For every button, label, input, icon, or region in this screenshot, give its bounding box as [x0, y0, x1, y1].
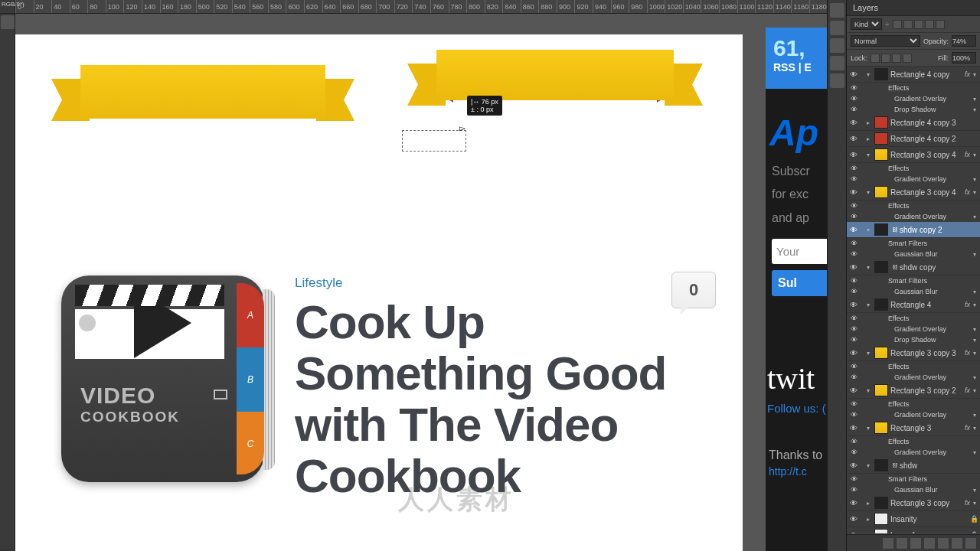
panel-icon[interactable]	[830, 56, 844, 70]
effect-item[interactable]: 👁Gradient Overlay▾	[847, 211, 980, 222]
fx-visibility-icon[interactable]: 👁	[848, 400, 859, 408]
fx-collapse-icon[interactable]: ▾	[973, 189, 978, 196]
layer-name[interactable]: Rectangle 3 copy 2	[890, 386, 965, 395]
fx-badge[interactable]: fx	[965, 70, 973, 78]
effect-edit-icon[interactable]: ▾	[973, 176, 978, 183]
opacity-input[interactable]	[952, 35, 976, 47]
layer-row[interactable]: 👁▾⛓shdw	[847, 458, 980, 474]
fx-badge[interactable]: fx	[965, 386, 973, 394]
fx-badge[interactable]: fx	[965, 424, 973, 432]
layer-row[interactable]: 👁▸Layer 1🔒	[847, 527, 980, 533]
fx-badge[interactable]: fx	[965, 499, 973, 507]
fx-visibility-icon[interactable]: 👁	[848, 363, 859, 370]
submit-button[interactable]: Sul	[772, 270, 827, 296]
fx-visibility-icon[interactable]: 👁	[848, 448, 859, 456]
effect-edit-icon[interactable]: ▾	[973, 487, 978, 494]
expand-arrow-icon[interactable]: ▸	[867, 532, 874, 534]
layer-row[interactable]: 👁▾Rectangle 3 copy 4fx▾	[847, 147, 980, 163]
layer-thumbnail[interactable]	[874, 384, 888, 396]
layer-list[interactable]: 👁▾Rectangle 4 copyfx▾👁Effects👁Gradient O…	[847, 67, 980, 533]
effect-item[interactable]: 👁Gradient Overlay▾	[847, 324, 980, 334]
effect-edit-icon[interactable]: ▾	[973, 412, 978, 419]
layer-name[interactable]: shdw	[900, 461, 978, 470]
visibility-toggle-icon[interactable]: 👁	[848, 386, 859, 395]
blend-mode-select[interactable]: Normal	[851, 35, 920, 47]
visibility-toggle-icon[interactable]: 👁	[848, 135, 859, 143]
layer-thumbnail[interactable]	[874, 459, 888, 471]
effect-edit-icon[interactable]: ▾	[973, 289, 978, 295]
expand-arrow-icon[interactable]: ▾	[867, 387, 874, 394]
fx-visibility-icon[interactable]: 👁	[848, 288, 859, 295]
effect-edit-icon[interactable]: ▾	[973, 96, 978, 103]
collapsed-panels-column[interactable]	[827, 0, 846, 551]
layer-name[interactable]: Layer 1	[890, 531, 970, 534]
layer-name[interactable]: Rectangle 3 copy 4	[890, 151, 965, 159]
visibility-toggle-icon[interactable]: 👁	[848, 424, 859, 432]
effect-item[interactable]: 👁Gradient Overlay▾	[847, 447, 980, 458]
layer-row[interactable]: 👁▾Rectangle 4 copyfx▾	[847, 67, 980, 83]
layer-thumbnail[interactable]	[874, 116, 888, 129]
layer-name[interactable]: Rectangle 4 copy 2	[890, 135, 978, 143]
ruler-origin-icon[interactable]	[1, 15, 15, 29]
fx-visibility-icon[interactable]: 👁	[848, 315, 859, 322]
canvas-area[interactable]: |↔ 76 px ± : 0 px ▻ VIDEO COOKBOOK ABC	[15, 14, 827, 551]
filter-shape-icon[interactable]	[925, 20, 934, 29]
fx-badge[interactable]: fx	[965, 151, 973, 158]
selection-marquee[interactable]	[402, 130, 466, 152]
mask-icon[interactable]	[910, 538, 921, 549]
fx-badge[interactable]: fx	[965, 349, 973, 357]
comment-count-bubble[interactable]: 0	[671, 272, 716, 308]
layer-name[interactable]: Rectangle 4 copy	[890, 70, 965, 79]
fx-visibility-icon[interactable]: 👁	[848, 84, 859, 92]
fx-visibility-icon[interactable]: 👁	[848, 250, 859, 258]
fx-collapse-icon[interactable]: ▾	[973, 302, 978, 308]
visibility-toggle-icon[interactable]: 👁	[848, 151, 859, 159]
layers-footer[interactable]	[847, 534, 980, 551]
visibility-toggle-icon[interactable]: 👁	[848, 531, 859, 534]
layer-row[interactable]: 👁▸Rectangle 4 copy 2	[847, 131, 980, 147]
fx-collapse-icon[interactable]: ▾	[973, 387, 978, 394]
effect-item[interactable]: 👁Gaussian Blur▾	[847, 249, 980, 259]
layer-thumbnail[interactable]	[874, 132, 888, 145]
fx-collapse-icon[interactable]: ▾	[973, 71, 978, 78]
fx-collapse-icon[interactable]: ▾	[973, 152, 978, 158]
visibility-toggle-icon[interactable]: 👁	[848, 263, 859, 272]
effect-edit-icon[interactable]: ▾	[973, 449, 978, 456]
visibility-toggle-icon[interactable]: 👁	[848, 119, 859, 127]
layer-row[interactable]: 👁▾Rectangle 3 copy 4fx▾	[847, 184, 980, 201]
lock-image-icon[interactable]	[881, 54, 890, 63]
filter-smart-icon[interactable]	[936, 20, 945, 29]
expand-arrow-icon[interactable]: ▾	[867, 152, 874, 158]
layer-thumbnail[interactable]	[874, 298, 888, 311]
lock-pos-icon[interactable]	[892, 54, 901, 63]
fx-visibility-icon[interactable]: 👁	[848, 325, 859, 333]
fx-visibility-icon[interactable]: 👁	[848, 475, 859, 483]
layer-name[interactable]: Rectangle 3 copy	[890, 499, 965, 507]
panel-icon[interactable]	[830, 3, 844, 18]
effect-item[interactable]: 👁Gradient Overlay▾	[847, 372, 980, 383]
fx-visibility-icon[interactable]: 👁	[848, 240, 859, 247]
layer-row[interactable]: 👁▾Rectangle 3 copy 2fx▾	[847, 383, 980, 399]
layers-panel[interactable]: Layers Kind ÷ Normal Opacity: Lock: Fill…	[846, 0, 980, 551]
visibility-toggle-icon[interactable]: 👁	[848, 515, 859, 523]
visibility-toggle-icon[interactable]: 👁	[848, 499, 859, 507]
visibility-toggle-icon[interactable]: 👁	[848, 301, 859, 309]
layer-row[interactable]: 👁▾Rectangle 3fx▾	[847, 420, 980, 436]
layer-row[interactable]: 👁▾⛓shdw copy 2	[847, 222, 980, 238]
layer-thumbnail[interactable]	[874, 68, 888, 80]
ribbon-banner-left[interactable]	[80, 65, 325, 119]
fx-visibility-icon[interactable]: 👁	[848, 373, 859, 381]
fx-collapse-icon[interactable]: ▾	[973, 350, 978, 357]
layer-row[interactable]: 👁▾Rectangle 3 copy 3fx▾	[847, 345, 980, 361]
layer-row[interactable]: 👁▸Insanity🔒	[847, 511, 980, 527]
fx-visibility-icon[interactable]: 👁	[848, 106, 859, 113]
layer-name[interactable]: shdw copy	[900, 263, 978, 272]
expand-arrow-icon[interactable]: ▾	[867, 302, 874, 308]
layer-thumbnail[interactable]	[874, 186, 888, 198]
fx-visibility-icon[interactable]: 👁	[848, 213, 859, 220]
panel-icon[interactable]	[830, 73, 844, 88]
layer-thumbnail[interactable]	[874, 347, 888, 359]
panel-icon[interactable]	[830, 21, 844, 35]
visibility-toggle-icon[interactable]: 👁	[848, 349, 859, 357]
layer-thumbnail[interactable]	[874, 529, 888, 533]
